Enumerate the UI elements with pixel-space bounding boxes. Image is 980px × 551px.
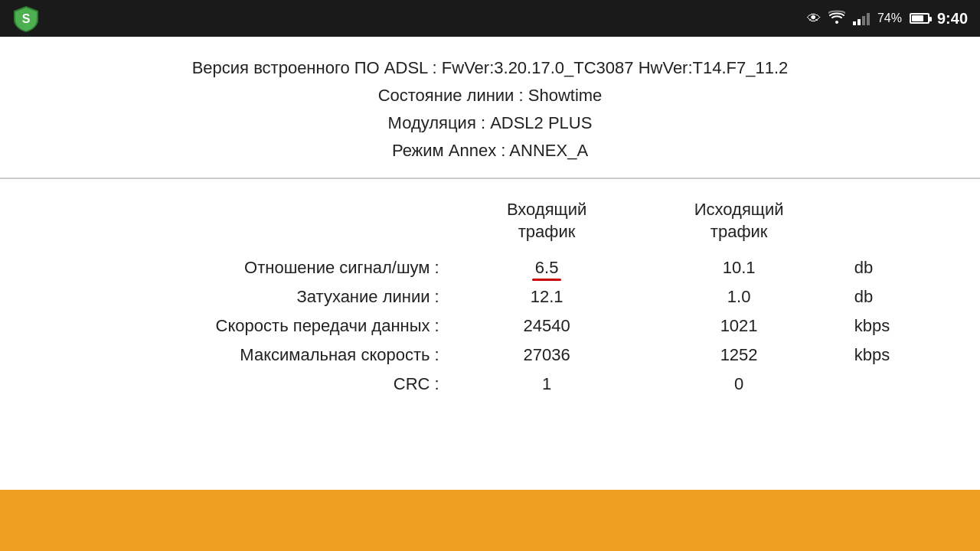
- main-content: Версия встроенного ПО ADSL : FwVer:3.20.…: [0, 37, 980, 551]
- orange-footer-bar: [0, 490, 980, 551]
- status-bar-left: S: [12, 5, 40, 32]
- table-row: Максимальная скорость :270361252kbps: [31, 341, 949, 370]
- battery-icon: [910, 13, 929, 24]
- firmware-row: Версия встроенного ПО ADSL : FwVer:3.20.…: [31, 58, 949, 78]
- incoming-header: Входящийтрафик: [455, 194, 639, 253]
- row-outgoing: 10.1: [639, 253, 838, 282]
- app-icon: S: [12, 5, 40, 32]
- row-label: Максимальная скорость :: [31, 341, 455, 370]
- table-row: Затухание линии :12.11.0db: [31, 282, 949, 311]
- row-unit: kbps: [839, 341, 949, 370]
- row-unit: kbps: [839, 311, 949, 341]
- unit-header: [839, 194, 949, 253]
- eye-icon: 👁: [807, 11, 821, 27]
- battery-percent: 74%: [877, 11, 902, 25]
- stats-table: Входящийтрафик Исходящийтрафик Отношение…: [31, 194, 949, 399]
- signal-bars-icon: [853, 11, 870, 25]
- table-row: Скорость передачи данных :245401021kbps: [31, 311, 949, 341]
- stats-panel: Входящийтрафик Исходящийтрафик Отношение…: [0, 179, 980, 490]
- time-display: 9:40: [937, 10, 968, 28]
- row-incoming: 27036: [455, 341, 639, 370]
- row-incoming: 24540: [455, 311, 639, 341]
- row-label: Отношение сигнал/шум :: [31, 253, 455, 282]
- row-unit: db: [839, 282, 949, 311]
- outgoing-header: Исходящийтрафик: [639, 194, 838, 253]
- row-unit: [839, 370, 949, 399]
- row-incoming: 1: [455, 370, 639, 399]
- row-label: Скорость передачи данных :: [31, 311, 455, 341]
- row-outgoing: 1021: [639, 311, 838, 341]
- row-label: Затухание линии :: [31, 282, 455, 311]
- row-incoming: 12.1: [455, 282, 639, 311]
- annex-row: Режим Annex : ANNEX_A: [31, 141, 949, 161]
- row-incoming: 6.5: [455, 253, 639, 282]
- empty-header: [31, 194, 455, 253]
- wifi-icon: [828, 10, 845, 28]
- table-row: CRC :10: [31, 370, 949, 399]
- row-unit: db: [839, 253, 949, 282]
- info-panel: Версия встроенного ПО ADSL : FwVer:3.20.…: [0, 37, 980, 179]
- row-label: CRC :: [31, 370, 455, 399]
- row-outgoing: 0: [639, 370, 838, 399]
- svg-text:S: S: [22, 12, 31, 25]
- row-outgoing: 1.0: [639, 282, 838, 311]
- row-outgoing: 1252: [639, 341, 838, 370]
- modulation-row: Модуляция : ADSL2 PLUS: [31, 113, 949, 133]
- table-row: Отношение сигнал/шум :6.510.1db: [31, 253, 949, 282]
- status-bar-right: 👁 74% 9:40: [807, 10, 968, 28]
- status-bar: S 👁 74% 9:40: [0, 0, 980, 37]
- line-state-row: Состояние линии : Showtime: [31, 86, 949, 106]
